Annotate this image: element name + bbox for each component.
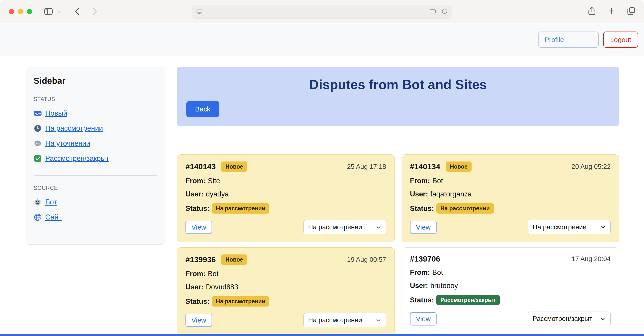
new-badge: Новое xyxy=(221,162,247,172)
page-title: Disputes from Bot and Sites xyxy=(186,77,610,92)
status-select[interactable]: На рассмотрении xyxy=(304,313,386,327)
status-badge: На рассмотрении xyxy=(212,296,270,307)
sidebar-item-label: Сайт xyxy=(45,213,62,221)
sidebar-item-new[interactable]: NEW Новый xyxy=(34,109,157,117)
sidebar-item-site[interactable]: Сайт xyxy=(34,213,157,221)
globe-icon xyxy=(34,213,42,221)
user-row: User: faqatorganza xyxy=(410,190,611,198)
clock-icon xyxy=(34,124,42,133)
new-tab-icon[interactable] xyxy=(607,6,616,15)
content-area: Sidebar STATUS NEW Новый На рассмотрении… xyxy=(0,56,644,335)
status-select[interactable]: Рассмотрен/закрыт xyxy=(528,312,610,326)
status-select-value: На рассмотрении xyxy=(308,223,362,231)
user-value: Dovud883 xyxy=(206,283,238,291)
status-section-heading: STATUS xyxy=(34,96,157,102)
from-row: From: Site xyxy=(186,177,386,185)
from-row: From: Bot xyxy=(410,177,611,185)
translate-icon[interactable] xyxy=(429,8,436,15)
user-value: dyadya xyxy=(206,190,229,198)
status-select[interactable]: На рассмотрении xyxy=(304,220,386,234)
sidebar-item-label: Новый xyxy=(45,109,67,117)
sidebar: Sidebar STATUS NEW Новый На рассмотрении… xyxy=(26,67,165,245)
tab-overview-icon[interactable] xyxy=(626,6,636,15)
user-value: faqatorganza xyxy=(430,190,472,198)
user-label: User: xyxy=(186,283,204,291)
view-button[interactable]: View xyxy=(186,314,212,327)
svg-text:NEW: NEW xyxy=(35,112,41,115)
dispute-date: 19 Aug 00:57 xyxy=(347,256,386,263)
zoom-window-button[interactable] xyxy=(27,9,32,14)
sidebar-item-in-review[interactable]: На рассмотрении xyxy=(34,124,157,133)
status-label: Status: xyxy=(410,296,434,304)
sidebar-title: Sidebar xyxy=(34,76,157,86)
browser-chrome xyxy=(0,0,644,23)
status-row: Status: На рассмотрении xyxy=(410,203,611,214)
status-select[interactable]: На рассмотрении xyxy=(528,220,610,234)
from-value: Bot xyxy=(208,270,219,278)
status-label: Status: xyxy=(186,297,210,306)
dispute-card: #139706 17 Aug 20:04 From: Bot User: bru… xyxy=(402,247,619,335)
chevron-down-icon xyxy=(600,224,606,230)
dispute-date: 25 Aug 17:18 xyxy=(347,163,386,170)
user-row: User: Dovud883 xyxy=(186,283,386,291)
user-row: User: dyadya xyxy=(186,190,386,198)
chevron-down-icon[interactable] xyxy=(57,9,63,15)
from-row: From: Bot xyxy=(186,270,386,278)
status-select-value: На рассмотрении xyxy=(308,316,362,324)
close-window-button[interactable] xyxy=(9,9,14,14)
minimize-window-button[interactable] xyxy=(18,9,23,14)
main-column: Disputes from Bot and Sites Back #140143… xyxy=(177,67,619,335)
sidebar-item-label: На уточнении xyxy=(45,139,90,148)
status-label: Status: xyxy=(186,204,210,213)
view-button[interactable]: View xyxy=(410,221,436,234)
from-value: Bot xyxy=(432,268,443,277)
source-section-heading: SOURCE xyxy=(34,185,157,191)
sidebar-toggle-icon[interactable] xyxy=(44,6,54,16)
status-select-value: На рассмотрении xyxy=(533,223,586,231)
sidebar-item-bot[interactable]: Бот xyxy=(34,198,157,206)
dispute-date: 20 Aug 05:22 xyxy=(572,163,610,170)
speech-icon xyxy=(34,139,42,148)
dispute-cards-grid: #140143 Новое 25 Aug 17:18 From: Site Us… xyxy=(177,155,619,335)
new-icon: NEW xyxy=(34,109,42,117)
page-icon xyxy=(196,8,203,15)
chevron-down-icon xyxy=(376,317,382,323)
chevron-down-icon xyxy=(376,224,382,230)
user-label: User: xyxy=(410,282,428,290)
from-row: From: Bot xyxy=(410,268,611,277)
status-badge: Рассмотрен/закрыт xyxy=(436,295,500,305)
user-label: User: xyxy=(410,190,428,198)
from-value: Site xyxy=(208,177,220,185)
back-button[interactable]: Back xyxy=(186,101,219,117)
reload-icon[interactable] xyxy=(441,8,448,15)
dispute-id: #139936 xyxy=(186,255,216,264)
check-icon xyxy=(34,155,42,163)
profile-button[interactable]: Profile xyxy=(538,31,599,48)
from-value: Bot xyxy=(432,177,443,185)
from-label: From: xyxy=(410,177,430,185)
user-value: brutoooy xyxy=(430,282,458,290)
address-bar[interactable] xyxy=(192,5,452,18)
dispute-id: #139706 xyxy=(410,254,440,263)
sidebar-item-clarification[interactable]: На уточнении xyxy=(34,139,157,148)
status-row: Status: На рассмотрении xyxy=(186,203,386,214)
disputes-banner: Disputes from Bot and Sites Back xyxy=(177,67,619,126)
share-icon[interactable] xyxy=(587,6,596,15)
dispute-card: #140143 Новое 25 Aug 17:18 From: Site Us… xyxy=(177,155,395,242)
user-row: User: brutoooy xyxy=(410,282,611,290)
status-select-value: Рассмотрен/закрыт xyxy=(533,315,592,323)
forward-icon[interactable] xyxy=(90,7,99,16)
view-button[interactable]: View xyxy=(186,221,212,234)
robot-icon xyxy=(34,198,42,206)
logout-button[interactable]: Logout xyxy=(603,31,638,48)
view-button[interactable]: View xyxy=(410,312,436,326)
sidebar-item-closed[interactable]: Рассмотрен/закрыт xyxy=(34,155,157,163)
sidebar-item-label: На рассмотрении xyxy=(45,124,103,133)
dispute-date: 17 Aug 20:04 xyxy=(572,255,610,263)
page-header: Profile Logout xyxy=(0,23,644,56)
user-label: User: xyxy=(186,190,204,198)
new-badge: Новое xyxy=(221,254,247,265)
status-row: Status: На рассмотрении xyxy=(186,296,386,307)
dispute-id: #140143 xyxy=(186,162,216,171)
back-icon[interactable] xyxy=(73,7,82,16)
